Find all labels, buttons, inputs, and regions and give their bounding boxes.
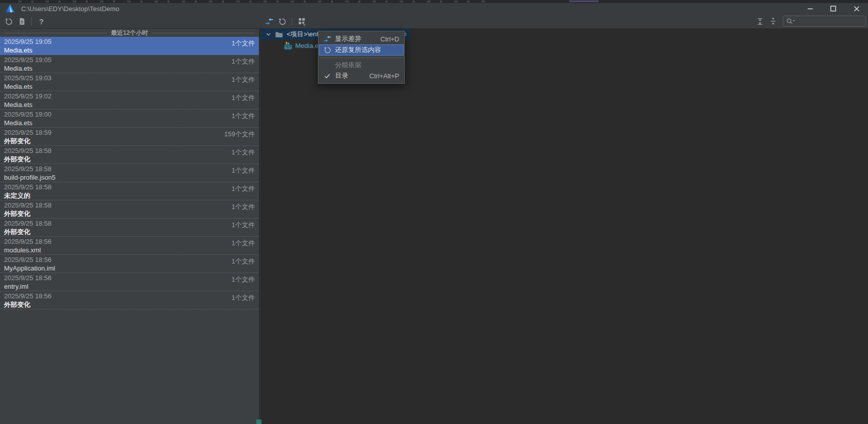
- menu-item[interactable]: 目录Ctrl+Alt+P: [319, 70, 404, 81]
- revision-file-count: 1个文件: [232, 57, 255, 66]
- revision-file-count: 1个文件: [232, 202, 255, 211]
- revision-timestamp: 2025/9/25 19:05: [4, 38, 255, 46]
- revision-row[interactable]: 2025/9/25 19:051个文件Media.ets: [0, 37, 259, 55]
- show-diff-icon: [323, 35, 332, 43]
- revision-timestamp: 2025/9/25 18:58: [4, 165, 255, 173]
- group-by-button[interactable]: [295, 15, 308, 27]
- window-controls: [798, 2, 868, 15]
- revision-row[interactable]: 2025/9/25 18:581个文件外部变化: [0, 200, 259, 219]
- revision-timestamp: 2025/9/25 18:58: [4, 220, 255, 228]
- revision-label: 未定义的: [4, 191, 255, 200]
- menu-item[interactable]: 显示差异Ctrl+D: [319, 33, 404, 44]
- folder-icon: [275, 31, 283, 38]
- search-input[interactable]: [796, 17, 865, 26]
- menu-item-shortcut: Ctrl+D: [381, 35, 399, 43]
- menu-separator: [319, 58, 403, 58]
- menu-group-header: 分组依据: [318, 60, 404, 70]
- revision-row[interactable]: 2025/9/25 19:001个文件Media.ets: [0, 110, 259, 128]
- show-diff-icon: [265, 17, 274, 26]
- revision-timestamp: 2025/9/25 19:02: [4, 92, 255, 100]
- main-content: 最近12个小时 2025/9/25 19:051个文件Media.ets2025…: [0, 29, 868, 424]
- revision-label: Media.ets: [4, 46, 255, 55]
- revision-file-count: 1个文件: [232, 166, 255, 175]
- revision-label: entry.iml: [4, 282, 255, 291]
- collapse-all-button[interactable]: [767, 15, 780, 27]
- undo-icon: [5, 17, 13, 26]
- menu-item[interactable]: 还原复所选内容: [319, 44, 404, 56]
- changed-files-tree-panel: <项目>\ent 件 ETS Media.e 显示差异Ctrl+D还原复所选内容…: [261, 29, 868, 424]
- revision-timestamp: 2025/9/25 18:56: [4, 274, 255, 282]
- revision-row[interactable]: 2025/9/25 19:031个文件Media.ets: [0, 73, 259, 91]
- revision-file-count: 1个文件: [232, 257, 255, 266]
- revision-group-header: 最近12个小时: [0, 29, 259, 37]
- revision-group-title: 最近12个小时: [111, 29, 148, 37]
- check-icon: [323, 72, 332, 80]
- minimize-icon: [807, 6, 813, 12]
- revision-row[interactable]: 2025/9/25 18:59159个文件外部变化: [0, 128, 259, 146]
- revision-row[interactable]: 2025/9/25 18:581个文件未定义的: [0, 182, 259, 200]
- search-box[interactable]: [783, 16, 866, 27]
- view-toolbar-group: [753, 14, 866, 28]
- revision-timestamp: 2025/9/25 18:56: [4, 256, 255, 264]
- revision-row[interactable]: 2025/9/25 18:581个文件外部变化: [0, 219, 259, 237]
- window-title-path: C:\Users\EDY\Desktop\TestDemo: [21, 5, 119, 13]
- tree-toolbar-group: [262, 14, 308, 28]
- revision-timestamp: 2025/9/25 18:56: [4, 238, 255, 246]
- revision-row[interactable]: 2025/9/25 19:051个文件Media.ets: [0, 55, 259, 73]
- revision-row[interactable]: 2025/9/25 18:581个文件外部变化: [0, 146, 259, 164]
- toolbar-separator: [292, 17, 292, 25]
- revision-row[interactable]: 2025/9/25 18:561个文件MyApplication.iml: [0, 255, 259, 273]
- group-by-icon: [297, 17, 306, 26]
- revision-timestamp: 2025/9/25 18:58: [4, 201, 255, 209]
- revision-label: 外部变化: [4, 209, 255, 218]
- revision-row[interactable]: 2025/9/25 18:581个文件build-profile.json5: [0, 164, 259, 182]
- menu-item-shortcut: Ctrl+Alt+P: [369, 72, 399, 80]
- revision-file-count: 1个文件: [232, 39, 255, 48]
- show-diff-button[interactable]: [262, 15, 276, 27]
- undo-button[interactable]: [2, 15, 15, 27]
- revision-label: Media.ets: [4, 82, 255, 91]
- search-icon: [786, 17, 796, 25]
- revision-row[interactable]: 2025/9/25 18:561个文件外部变化: [0, 291, 259, 309]
- help-button[interactable]: ?: [35, 15, 48, 27]
- revision-file-count: 1个文件: [232, 275, 255, 284]
- revision-file-count: 1个文件: [232, 293, 255, 302]
- revision-file-count: 159个文件: [224, 130, 255, 139]
- revision-row[interactable]: 2025/9/25 19:021个文件Media.ets: [0, 91, 259, 110]
- revision-timestamp: 2025/9/25 18:58: [4, 183, 255, 191]
- revision-row[interactable]: 2025/9/25 18:561个文件modules.xml: [0, 237, 259, 255]
- revision-list: 2025/9/25 19:051个文件Media.ets2025/9/25 19…: [0, 37, 259, 309]
- revision-timestamp: 2025/9/25 19:03: [4, 74, 255, 82]
- header-rule-left: [4, 33, 107, 33]
- revision-label: Media.ets: [4, 64, 255, 73]
- revision-label: 外部变化: [4, 155, 255, 164]
- revision-label: MyApplication.iml: [4, 264, 255, 273]
- maximize-icon: [830, 6, 836, 12]
- revision-file-count: 1个文件: [232, 221, 255, 230]
- minimize-button[interactable]: [798, 2, 822, 15]
- chevron-down-icon: [265, 31, 272, 38]
- maximize-button[interactable]: [822, 2, 845, 15]
- revision-label: 外部变化: [4, 228, 255, 236]
- history-toolbar-group: ± ?: [2, 14, 48, 28]
- local-history-window: C:\Users\EDY\Desktop\TestDemo: [0, 0, 868, 424]
- revision-timestamp: 2025/9/25 18:58: [4, 147, 255, 155]
- tree-file-label: Media.e: [295, 42, 318, 49]
- revision-timestamp: 2025/9/25 18:56: [4, 292, 255, 300]
- menu-item-label: 还原复所选内容: [335, 45, 381, 55]
- close-button[interactable]: [845, 2, 868, 15]
- ets-icon-text: ETS: [285, 46, 291, 49]
- expand-all-button[interactable]: [753, 15, 767, 27]
- revision-label: build-profile.json5: [4, 173, 255, 182]
- revision-timestamp: 2025/9/25 18:59: [4, 129, 255, 137]
- context-menu: 显示差异Ctrl+D还原复所选内容分组依据目录Ctrl+Alt+P: [318, 31, 405, 84]
- revision-label: 外部变化: [4, 137, 255, 145]
- create-patch-icon: ±: [18, 17, 26, 26]
- revision-file-count: 1个文件: [232, 184, 255, 193]
- revision-label: 外部变化: [4, 300, 255, 309]
- create-patch-button[interactable]: ±: [15, 15, 28, 27]
- main-toolbar: ± ?: [0, 14, 868, 29]
- revision-row[interactable]: 2025/9/25 18:561个文件entry.iml: [0, 273, 259, 291]
- revert-button[interactable]: [276, 15, 289, 27]
- splitter-teal-mark: [256, 419, 261, 424]
